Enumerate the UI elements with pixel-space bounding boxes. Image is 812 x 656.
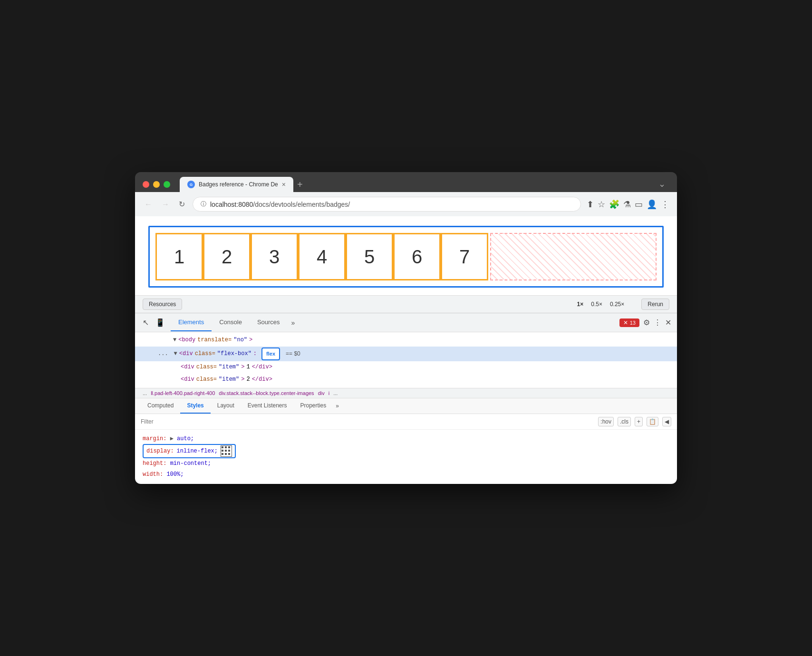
close-button[interactable] [143,181,149,188]
margin-triangle[interactable]: ▶ [170,435,174,442]
item1-tag: <div [181,362,194,373]
body-tag-close: > [249,335,252,346]
bc-ellipsis-start: ... [143,390,147,396]
browser-toolbar-icons: ⬆ ☆ 🧩 ⚗ ▭ 👤 ⋮ [587,199,669,210]
user-icon[interactable]: 👤 [647,199,657,210]
height-property: height: [143,460,166,467]
zoom-0-5x[interactable]: 0.5× [589,300,604,309]
copy-styles-icon[interactable]: 📋 [647,417,658,426]
zoom-controls: 1× 0.5× 0.25× [575,300,627,309]
tab-event-listeners[interactable]: Event Listeners [241,398,294,414]
traffic-lights [143,181,170,188]
width-property: width: [143,471,163,478]
zoom-0-25x[interactable]: 0.25× [608,300,626,309]
elements-panel: ▼ <body translate="no" > ... ▼ <div clas… [135,332,677,388]
bc-ellipsis-end: ... [333,390,338,396]
grid-icon[interactable] [221,445,232,457]
mobile-icon[interactable]: 📱 [154,313,167,332]
zoom-1x[interactable]: 1× [575,300,586,309]
flex-badge[interactable]: flex [261,347,280,361]
devtools-panel: ↖ 📱 Elements Console Sources » ✕ 13 ⚙ ⋮ … [135,313,677,484]
div-tag-open: <div [179,349,193,359]
url-info-icon: ⓘ [201,200,206,208]
bc-item-2[interactable]: div.stack.stack--block.type.center-image… [219,390,314,396]
body-attr-value: "no" [233,335,247,346]
url-bar[interactable]: ⓘ localhost:8080/docs/devtools/elements/… [193,197,581,212]
devtools-tabs: ↖ 📱 Elements Console Sources » ✕ 13 ⚙ ⋮ … [135,313,677,332]
flask-icon[interactable]: ⚗ [623,199,631,210]
cursor-icon[interactable]: ↖ [141,313,151,332]
tab-console[interactable]: Console [212,314,250,331]
filter-input[interactable] [141,418,594,425]
flex-item-1: 1 [155,233,203,280]
bc-item-3[interactable]: div [318,390,325,396]
devtools-close-icon[interactable]: ✕ [665,318,671,327]
styles-tab-more[interactable]: » [333,399,342,413]
url-text: localhost:8080/docs/devtools/elements/ba… [210,201,350,208]
sidebar-toggle-icon[interactable]: ◀ [662,417,671,426]
filter-bar: :hov .cls + 📋 ◀ [135,414,677,430]
item2-value: "item" [219,375,239,385]
styles-tabs: Computed Styles Layout Event Listeners P… [135,398,677,414]
extension-icon[interactable]: 🧩 [609,199,619,210]
devtools-right-icons: ✕ 13 ⚙ ⋮ ✕ [619,318,671,327]
margin-property: margin: [143,435,166,442]
error-count: 13 [630,320,636,326]
tab-bar: G Badges reference - Chrome De × + ⌄ [180,177,669,192]
hov-button[interactable]: :hov [598,417,614,426]
error-badge: ✕ 13 [619,318,639,327]
breadcrumb: ... ll.pad-left-400.pad-right-400 div.st… [135,388,677,398]
reload-button[interactable]: ↻ [177,198,187,211]
margin-value: auto; [177,435,194,442]
body-attr-name: translate= [197,335,232,346]
dom-row-item1[interactable]: <div class="item">1</div> [135,361,677,374]
tab-sources[interactable]: Sources [250,314,288,331]
flex-demo-area: 1 2 3 4 5 6 7 [148,226,664,288]
settings-icon[interactable]: ⚙ [643,318,650,327]
active-tab[interactable]: G Badges reference - Chrome De × [180,177,293,192]
display-value: inline-flex; [177,446,218,457]
overflow-area [490,233,657,280]
dom-row-div[interactable]: ... ▼ <div class="flex-box" : flex == $0 [135,347,677,362]
tab-elements[interactable]: Elements [171,314,212,331]
item2-tag: <div [181,375,194,385]
cls-button[interactable]: .cls [618,417,631,426]
forward-button[interactable]: → [160,198,171,211]
tab-styles[interactable]: Styles [180,398,210,414]
tab-properties[interactable]: Properties [293,398,333,414]
flex-item-4: 4 [298,233,346,280]
tab-favicon: G [187,181,195,188]
flex-items-container: 1 2 3 4 5 6 7 [155,233,657,280]
tab-computed[interactable]: Computed [141,398,180,414]
maximize-button[interactable] [164,181,170,188]
dom-tree: ▼ <body translate="no" > ... ▼ <div clas… [135,332,677,388]
item1-value: "item" [219,362,239,373]
tab-close-button[interactable]: × [282,181,286,188]
resources-button[interactable]: Resources [143,299,182,310]
bc-item-4[interactable]: i [329,390,329,396]
rerun-button[interactable]: Rerun [641,299,669,310]
width-value: 100%; [166,471,184,478]
margin-rule: margin: ▶ auto; [143,434,669,444]
devtools-panel-icons: ↖ 📱 [141,313,167,332]
tab-layout[interactable]: Layout [211,398,241,414]
minimize-button[interactable] [153,181,160,188]
back-button[interactable]: ← [143,198,154,211]
tab-menu-button[interactable]: ⌄ [658,179,669,192]
dom-row-body[interactable]: ▼ <body translate="no" > [135,334,677,347]
bc-item-1[interactable]: ll.pad-left-400.pad-right-400 [151,390,215,396]
filter-actions: :hov .cls + 📋 ◀ [598,417,671,426]
display-highlight: display: inline-flex; [143,444,236,458]
dom-row-item2[interactable]: <div class="item">2</div> [135,374,677,386]
address-bar: ← → ↻ ⓘ localhost:8080/docs/devtools/ele… [135,192,677,216]
layout-icon[interactable]: ▭ [635,199,643,210]
flex-item-7: 7 [441,233,488,280]
new-tab-button[interactable]: + [297,180,303,192]
add-style-button[interactable]: + [635,417,643,426]
bookmark-icon[interactable]: ☆ [598,199,605,210]
share-icon[interactable]: ⬆ [587,199,594,210]
more-options-icon[interactable]: ⋮ [661,199,669,210]
devtools-more-icon[interactable]: ⋮ [654,318,661,327]
title-bar: G Badges reference - Chrome De × + ⌄ [135,172,677,192]
tab-more[interactable]: » [288,314,299,331]
